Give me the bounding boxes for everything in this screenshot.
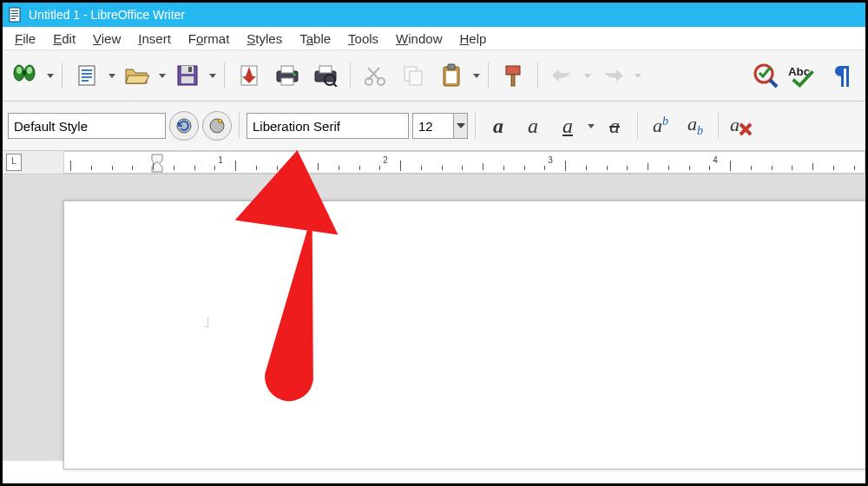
svg-rect-4 [11, 18, 16, 19]
separator [718, 113, 719, 139]
undo-button[interactable] [545, 58, 580, 93]
print-preview-button[interactable] [308, 58, 343, 93]
svg-rect-35 [448, 64, 455, 69]
menu-insert[interactable]: Insert [129, 30, 180, 48]
svg-rect-33 [410, 71, 422, 85]
font-name-combo[interactable] [247, 113, 409, 139]
copy-button[interactable] [396, 58, 431, 93]
svg-rect-22 [281, 78, 293, 85]
subscript-button[interactable]: ab [680, 110, 711, 141]
document-page[interactable]: ˩ [63, 200, 868, 470]
new-style-button[interactable] [202, 111, 232, 141]
open-document-button[interactable] [120, 58, 155, 93]
separator [62, 62, 62, 89]
document-icon [8, 7, 23, 23]
svg-point-8 [16, 67, 22, 74]
document-canvas: ˩ [3, 174, 865, 461]
margin-corner-mark: ˩ [203, 314, 210, 331]
font-size-input[interactable] [413, 114, 453, 138]
find-replace-dropdown[interactable] [46, 74, 55, 78]
ruler-number: 2 [383, 155, 388, 165]
standard-toolbar: Abc [3, 50, 865, 102]
auto-spellcheck-button[interactable]: Abc [787, 58, 822, 93]
strikethrough-button[interactable]: a [599, 110, 630, 141]
svg-rect-11 [82, 69, 92, 71]
ruler-corner[interactable]: L [6, 154, 22, 171]
font-size-arrow[interactable] [453, 114, 467, 138]
save-document-dropdown[interactable] [208, 74, 217, 78]
separator [475, 113, 476, 139]
paste-dropdown[interactable] [472, 74, 481, 78]
menu-window[interactable]: Window [387, 30, 450, 48]
menu-tools[interactable]: Tools [339, 30, 387, 48]
svg-rect-12 [82, 73, 92, 75]
separator [488, 62, 489, 89]
svg-rect-0 [10, 8, 20, 22]
superscript-button[interactable]: ab [645, 110, 676, 141]
save-document-button[interactable] [170, 58, 205, 93]
paragraph-style-combo[interactable] [8, 113, 166, 139]
open-document-dropdown[interactable] [158, 74, 167, 78]
separator [537, 62, 538, 89]
svg-line-27 [333, 83, 337, 87]
underline-dropdown[interactable] [587, 124, 595, 128]
export-pdf-button[interactable] [232, 58, 266, 93]
svg-rect-13 [82, 76, 92, 78]
paragraph-style-input[interactable] [9, 114, 184, 138]
ruler-number: 1 [218, 155, 223, 165]
menu-bar: File Edit View Insert Format Styles Tabl… [3, 27, 865, 50]
clone-formatting-button[interactable] [496, 58, 530, 93]
separator [224, 62, 225, 89]
svg-rect-10 [79, 66, 95, 85]
app-window: Untitled 1 - LibreOffice Writer File Edi… [0, 0, 868, 486]
redo-dropdown[interactable] [634, 74, 642, 78]
svg-rect-25 [319, 66, 332, 73]
new-document-dropdown[interactable] [108, 74, 116, 78]
svg-text:a: a [730, 114, 740, 135]
svg-rect-18 [181, 76, 194, 83]
svg-rect-7 [23, 71, 26, 75]
svg-point-31 [378, 78, 385, 85]
font-size-combo[interactable] [412, 113, 468, 139]
paste-button[interactable] [434, 58, 469, 93]
separator [350, 62, 351, 89]
redo-button[interactable] [595, 58, 630, 93]
undo-dropdown[interactable] [583, 74, 592, 78]
svg-rect-1 [11, 10, 18, 11]
ruler-number: 4 [713, 155, 718, 165]
svg-point-9 [27, 67, 32, 74]
clear-formatting-button[interactable]: a [726, 110, 757, 141]
font-name-input[interactable] [247, 114, 423, 138]
menu-edit[interactable]: Edit [44, 30, 84, 48]
menu-help[interactable]: Help [450, 30, 495, 48]
separator [239, 113, 240, 139]
cut-button[interactable] [358, 58, 392, 93]
spellcheck-button[interactable] [749, 58, 784, 93]
window-title: Untitled 1 - LibreOffice Writer [29, 8, 185, 22]
bold-button[interactable]: a [483, 110, 514, 141]
svg-line-40 [770, 80, 777, 87]
separator [637, 113, 638, 139]
update-style-button[interactable] [169, 111, 199, 141]
ruler-area: L 1234 [3, 151, 865, 174]
menu-styles[interactable]: Styles [238, 30, 291, 48]
new-document-button[interactable] [69, 58, 104, 93]
find-replace-button[interactable] [8, 58, 43, 93]
svg-rect-38 [511, 75, 515, 86]
formatting-marks-button[interactable] [825, 58, 860, 93]
menu-view[interactable]: View [84, 30, 129, 48]
menu-file[interactable]: File [6, 30, 44, 48]
svg-rect-2 [11, 13, 18, 14]
title-bar: Untitled 1 - LibreOffice Writer [3, 3, 865, 27]
italic-button[interactable]: a [517, 110, 549, 141]
svg-rect-17 [188, 67, 192, 72]
svg-rect-3 [11, 16, 18, 16]
svg-rect-36 [446, 71, 457, 83]
menu-format[interactable]: Format [180, 30, 239, 48]
horizontal-ruler[interactable]: 1234 [63, 151, 865, 174]
svg-rect-14 [82, 80, 89, 82]
menu-table[interactable]: Table [291, 30, 339, 48]
underline-button[interactable]: a [552, 110, 583, 141]
svg-point-23 [293, 74, 296, 76]
print-button[interactable] [270, 58, 305, 93]
